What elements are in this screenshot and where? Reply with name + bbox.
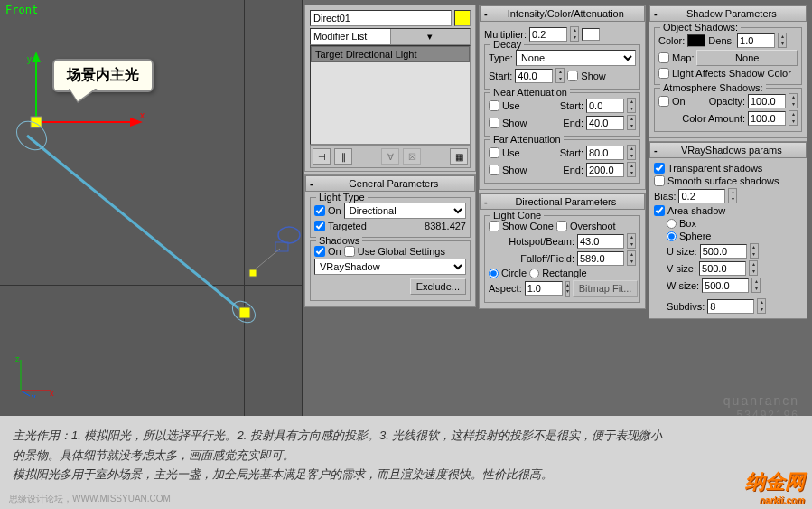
spinner[interactable]: ▴▾ xyxy=(627,145,636,160)
use-global-settings-checkbox[interactable] xyxy=(344,246,355,257)
svg-text:y: y xyxy=(32,392,36,398)
w-size-input[interactable] xyxy=(702,278,749,293)
area-shadow-checkbox[interactable] xyxy=(654,205,665,216)
configure-sets-icon[interactable]: ▦ xyxy=(450,148,468,165)
atmos-on-checkbox[interactable] xyxy=(658,96,669,107)
multiplier-spinner[interactable]: ▴▾ xyxy=(570,26,579,42)
make-unique-icon: ∀ xyxy=(381,148,399,165)
directional-rollout: -Directional Parameters Light Cone Show … xyxy=(479,193,646,309)
rectangle-radio[interactable] xyxy=(529,269,539,278)
near-end-input[interactable] xyxy=(586,116,624,130)
decay-type-select[interactable]: None xyxy=(516,50,636,66)
spinner[interactable]: ▴▾ xyxy=(627,233,636,249)
color-amount-input[interactable] xyxy=(748,111,786,126)
footer-line: 主光作用：1. 模拟阳光，所以选择平行光。2. 投射具有方向感的投影。3. 光线… xyxy=(13,427,799,445)
shadow-type-select[interactable]: VRayShadow xyxy=(314,259,466,275)
spinner[interactable]: ▴▾ xyxy=(627,162,636,177)
modifier-list-dropdown[interactable]: Modifier List ▾ xyxy=(310,28,471,45)
rollout-header-intensity[interactable]: -Intensity/Color/Attenuation xyxy=(480,5,645,22)
crosshair-horizontal xyxy=(0,285,302,286)
footer-line: 模拟阳光多用于室外场景，主光一盏，加全局光基本满足客户的需求，而且渲染速度很快。… xyxy=(13,466,799,484)
intensity-rollout: -Intensity/Color/Attenuation Multiplier:… xyxy=(479,5,646,190)
spinner[interactable]: ▴▾ xyxy=(778,33,787,48)
svg-rect-4 xyxy=(31,117,42,127)
spinner[interactable]: ▴▾ xyxy=(565,281,570,297)
bitmap-fit-button[interactable]: Bitmap Fit... xyxy=(573,280,639,297)
near-use-checkbox[interactable] xyxy=(489,100,499,111)
viewport-front[interactable]: Front x y z x y 场景内主光 xyxy=(0,0,303,416)
shadow-map-checkbox[interactable] xyxy=(658,52,669,63)
spinner[interactable]: ▴▾ xyxy=(627,250,636,266)
circle-radio[interactable] xyxy=(489,269,499,278)
far-end-input[interactable] xyxy=(586,163,624,177)
spinner[interactable]: ▴▾ xyxy=(728,188,737,203)
spinner[interactable]: ▴▾ xyxy=(749,260,758,276)
opacity-input[interactable] xyxy=(748,94,786,108)
pin-stack-icon[interactable]: ⊣ xyxy=(313,148,331,165)
spinner[interactable]: ▴▾ xyxy=(789,93,798,108)
minus-icon: - xyxy=(654,8,658,19)
rollout-header-directional[interactable]: -Directional Parameters xyxy=(480,193,645,210)
object-color-swatch[interactable] xyxy=(454,10,471,26)
footer-notes: 主光作用：1. 模拟阳光，所以选择平行光。2. 投射具有方向感的投影。3. 光线… xyxy=(0,416,812,509)
bias-input[interactable] xyxy=(678,189,725,203)
sphere-radio[interactable] xyxy=(667,231,677,241)
far-use-checkbox[interactable] xyxy=(489,147,499,158)
near-start-input[interactable] xyxy=(586,99,624,113)
svg-text:x: x xyxy=(140,110,145,120)
spinner[interactable]: ▴▾ xyxy=(751,278,761,293)
light-type-select[interactable]: Directional xyxy=(344,203,466,219)
transparent-shadows-checkbox[interactable] xyxy=(654,163,665,174)
show-cone-checkbox[interactable] xyxy=(489,221,499,231)
decay-show-checkbox[interactable] xyxy=(567,71,578,81)
viewport-label: Front xyxy=(5,4,38,16)
shadows-on-checkbox[interactable] xyxy=(314,246,325,257)
far-show-checkbox[interactable] xyxy=(489,165,499,175)
footer-line: 的景物。具体细节就没考虑太多，画面感觉充实即可。 xyxy=(13,447,799,465)
shadow-color-swatch[interactable] xyxy=(687,34,705,47)
box-radio[interactable] xyxy=(667,219,677,229)
spinner[interactable]: ▴▾ xyxy=(627,98,636,113)
spinner[interactable]: ▴▾ xyxy=(789,110,798,126)
light-affects-shadow-checkbox[interactable] xyxy=(658,68,669,79)
svg-rect-10 xyxy=(239,307,250,318)
shadow-map-button[interactable]: None xyxy=(696,50,798,66)
spinner[interactable]: ▴▾ xyxy=(750,243,759,259)
svg-text:x: x xyxy=(50,389,54,398)
light-on-checkbox[interactable] xyxy=(314,205,325,216)
rollout-header-shadow[interactable]: -Shadow Parameters xyxy=(649,5,807,22)
spinner[interactable]: ▴▾ xyxy=(627,115,636,130)
targeted-checkbox[interactable] xyxy=(314,221,325,231)
shadows-group: Shadows On Use Global Settings VRayShado… xyxy=(310,240,471,301)
overshoot-checkbox[interactable] xyxy=(556,221,567,231)
light-color-swatch[interactable] xyxy=(582,28,600,41)
rollout-header-vray[interactable]: -VRayShadows params xyxy=(649,142,807,158)
multiplier-input[interactable] xyxy=(529,27,567,42)
v-size-input[interactable] xyxy=(699,261,746,276)
decay-start-spinner[interactable]: ▴▾ xyxy=(555,68,565,83)
aspect-input[interactable] xyxy=(525,281,563,296)
far-start-input[interactable] xyxy=(586,146,624,160)
hotspot-input[interactable] xyxy=(577,234,624,249)
subdivs-input[interactable] xyxy=(707,299,754,314)
vray-shadows-rollout: -VRayShadows params Transparent shadows … xyxy=(649,141,807,319)
spinner[interactable]: ▴▾ xyxy=(757,298,766,314)
far-attenuation-group: Far Attenuation Use Start: ▴▾ Show End: … xyxy=(484,139,640,184)
chevron-down-icon[interactable]: ▾ xyxy=(390,29,471,44)
u-size-input[interactable] xyxy=(700,244,747,259)
decay-start-input[interactable] xyxy=(515,69,553,83)
exclude-button[interactable]: Exclude... xyxy=(410,278,466,295)
rollout-header-general[interactable]: -General Parameters xyxy=(305,175,475,192)
near-show-checkbox[interactable] xyxy=(489,118,499,128)
minus-icon: - xyxy=(484,196,488,207)
smooth-surface-checkbox[interactable] xyxy=(654,175,665,186)
object-shadows-group: Object Shadows: Color: Dens. ▴▾ Map: Non… xyxy=(654,27,802,85)
svg-point-11 xyxy=(278,227,300,243)
show-end-result-icon[interactable]: ∥ xyxy=(334,148,352,165)
footer-credit: 思缘设计论坛，WWW.MISSYUAN.COM xyxy=(9,493,171,505)
modifier-stack[interactable]: Target Directional Light xyxy=(310,45,471,145)
density-input[interactable] xyxy=(737,33,775,48)
object-name-field[interactable]: Direct01 xyxy=(310,10,452,26)
stack-item-light[interactable]: Target Directional Light xyxy=(311,46,470,62)
falloff-input[interactable] xyxy=(577,251,624,266)
